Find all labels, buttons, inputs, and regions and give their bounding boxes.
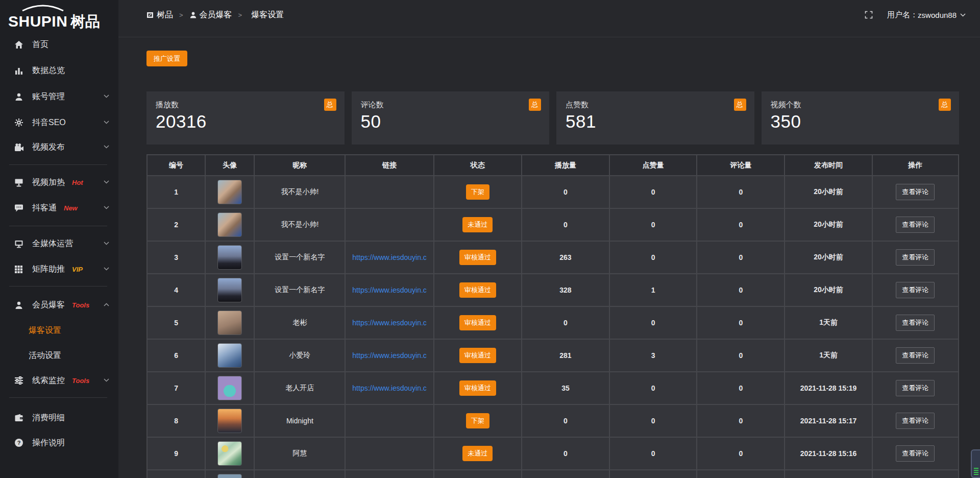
avatar <box>217 310 242 335</box>
link-cell: https://www.iesdouyin.c <box>346 340 434 372</box>
plays-value: 328 <box>559 286 571 294</box>
avatar <box>217 376 242 400</box>
view-comments-button[interactable]: 查看评论 <box>896 347 935 364</box>
total-badge: 总 <box>529 99 541 111</box>
sidebar-item-label: 抖客通 <box>32 203 57 213</box>
time-cell: 1天前 <box>785 307 872 340</box>
video-link[interactable]: https://www.iesdouyin.c <box>352 286 427 294</box>
action-cell: 查看评论 <box>873 176 959 209</box>
plays-value: 0 <box>564 449 568 458</box>
row-number: 7 <box>174 384 178 392</box>
status-badge: 审核通过 <box>459 315 496 330</box>
sidebar-item-label: 全媒体运营 <box>32 238 73 249</box>
likes-value: 0 <box>651 417 655 425</box>
stat-card-plays: 播放数 20316 总 <box>146 91 345 145</box>
view-comments-button[interactable]: 查看评论 <box>896 445 935 462</box>
sidebar-item-消费明细[interactable]: 消费明细 <box>0 406 118 429</box>
sidebar-item-操作说明[interactable]: ?操作说明 <box>0 431 118 455</box>
likes-value: 0 <box>651 253 655 261</box>
likes-cell: 0 <box>610 372 697 405</box>
action-cell: 查看评论 <box>873 372 959 405</box>
plays-cell: 0 <box>522 307 610 340</box>
stat-value: 20316 <box>156 111 335 132</box>
video-link[interactable]: https://www.iesdouyin.c <box>352 319 427 327</box>
status-cell: 审核通过 <box>434 242 522 274</box>
comments-value: 0 <box>739 188 743 196</box>
avatar-cell <box>206 176 255 209</box>
nickname: 设置一个新名字 <box>275 253 325 261</box>
col-nickname: 昵称 <box>255 155 346 176</box>
video-link[interactable]: https://www.iesdouyin.c <box>352 384 427 392</box>
video-link[interactable]: https://www.iesdouyin.c <box>352 253 427 261</box>
plays-cell: 0 <box>522 209 610 242</box>
video-link[interactable]: https://www.iesdouyin.c <box>352 351 427 360</box>
sidebar-item-线索监控[interactable]: 线索监控Tools <box>0 369 118 392</box>
avatar <box>217 212 242 237</box>
view-comments-button[interactable]: 查看评论 <box>896 184 935 200</box>
view-comments-button[interactable]: 查看评论 <box>896 217 935 233</box>
username-value: zswodun88 <box>918 11 957 19</box>
grid-icon <box>14 265 24 274</box>
sidebar-item-抖音SEO[interactable]: 抖音SEO <box>0 111 118 134</box>
avatar <box>217 180 242 204</box>
sidebar-item-tag: New <box>64 204 78 212</box>
home-icon <box>14 40 24 49</box>
sidebar-item-会员爆客[interactable]: 会员爆客Tools <box>0 293 118 317</box>
plays-cell: 0 <box>522 176 610 209</box>
comments-cell: 0 <box>697 307 785 340</box>
sidebar-divider <box>9 164 107 165</box>
sidebar-item-抖客通[interactable]: 抖客通New <box>0 196 118 220</box>
likes-value: 3 <box>651 351 655 360</box>
sidebar-item-数据总览[interactable]: 数据总览 <box>0 59 118 82</box>
breadcrumb-root[interactable]: 树品 <box>157 10 173 20</box>
likes-value: 0 <box>651 319 655 327</box>
sidebar-item-矩阵助推[interactable]: 矩阵助推VIP <box>0 257 118 281</box>
status-cell: 未通过 <box>434 209 522 242</box>
user-menu[interactable]: 用户名： zswodun88 <box>887 10 966 20</box>
view-comments-button[interactable]: 查看评论 <box>896 282 935 298</box>
sidebar-item-账号管理[interactable]: 账号管理 <box>0 85 118 108</box>
plays-value: 263 <box>559 253 571 261</box>
nickname: 小爱玲 <box>289 351 310 359</box>
status-cell: 下架 <box>434 176 522 209</box>
floating-support-widget[interactable] <box>971 449 980 478</box>
promo-settings-button[interactable]: 推广设置 <box>146 51 187 66</box>
status-badge: 审核通过 <box>459 348 496 363</box>
link-cell <box>346 470 434 478</box>
sidebar-item-首页[interactable]: 首页 <box>0 33 118 56</box>
action-cell: 查看评论 <box>873 438 959 470</box>
row-number-cell: 5 <box>148 307 206 340</box>
col-time: 发布时间 <box>785 155 872 176</box>
avatar <box>217 441 242 466</box>
row-number-cell: 7 <box>148 372 206 405</box>
sidebar-item-活动设置[interactable]: 活动设置 <box>0 344 118 367</box>
fullscreen-icon[interactable] <box>865 11 873 19</box>
nickname: Midnight <box>286 417 313 425</box>
time-cell: 2021-11-28 15:16 <box>785 438 872 470</box>
publish-time: 1天前 <box>819 351 838 359</box>
plays-cell: 263 <box>522 242 610 274</box>
sidebar-item-视频发布[interactable]: 视频发布 <box>0 135 118 159</box>
view-comments-button[interactable]: 查看评论 <box>896 413 935 429</box>
chevron-down-icon <box>104 267 109 271</box>
view-comments-button[interactable]: 查看评论 <box>896 315 935 331</box>
breadcrumb-separator: > <box>179 11 183 19</box>
row-number-cell: 3 <box>148 242 206 274</box>
nickname-cell: 设置一个新名字 <box>255 274 346 307</box>
status-badge: 审核通过 <box>459 380 496 396</box>
sidebar-item-爆客设置[interactable]: 爆客设置 <box>0 319 118 342</box>
sidebar-item-全媒体运营[interactable]: 全媒体运营 <box>0 232 118 255</box>
likes-cell: 0 <box>610 209 697 242</box>
action-cell: 查看评论 <box>873 307 959 340</box>
view-comments-button[interactable]: 查看评论 <box>896 380 935 396</box>
video-camera-icon <box>14 142 24 152</box>
sidebar-item-label: 爆客设置 <box>29 325 61 336</box>
col-number: 编号 <box>148 155 206 176</box>
chevron-down-icon <box>104 242 109 245</box>
view-comments-button[interactable]: 查看评论 <box>896 249 935 266</box>
sidebar-item-视频加热[interactable]: 视频加热Hot <box>0 171 118 194</box>
sidebar-item-tag: VIP <box>72 266 83 273</box>
col-link: 链接 <box>346 155 434 176</box>
breadcrumb-section[interactable]: 会员爆客 <box>200 10 232 20</box>
avatar-cell <box>206 242 255 274</box>
